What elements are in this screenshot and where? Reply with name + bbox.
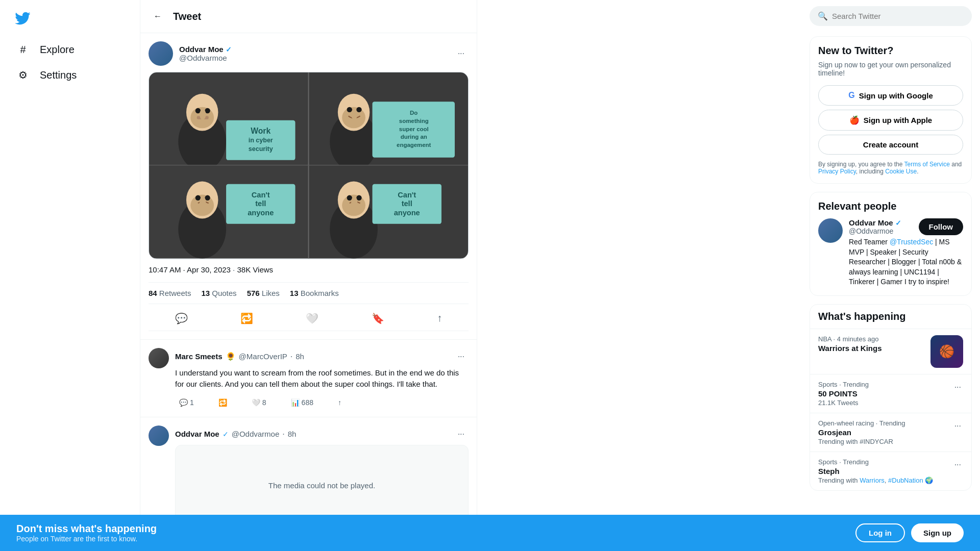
comment-icon: 💬 xyxy=(179,398,188,407)
retweet-count[interactable]: 84 Retweets xyxy=(149,289,191,297)
trend-count-2: Trending with #INDYCAR xyxy=(818,438,952,445)
retweet-button[interactable]: 🔁 xyxy=(236,308,257,329)
warriors-link[interactable]: Warriors xyxy=(860,477,885,484)
privacy-link[interactable]: Privacy Policy xyxy=(818,168,856,175)
svg-point-18 xyxy=(356,107,361,112)
banner-subtitle: People on Twitter are the first to know. xyxy=(16,535,157,543)
dubnation-link[interactable]: #DubNation xyxy=(888,477,923,484)
quote-count[interactable]: 13 Quotes xyxy=(201,289,236,297)
reply-time-2: 8h xyxy=(288,430,297,438)
whats-happening-card: What's happening NBA · 4 minutes ago War… xyxy=(810,304,972,491)
svg-point-31 xyxy=(195,195,201,201)
search-icon: 🔍 xyxy=(818,11,828,21)
reply-views-button[interactable]: 📊 688 xyxy=(287,396,317,409)
twitter-logo[interactable] xyxy=(8,4,132,35)
apple-signup-button[interactable]: 🍎 Sign up with Apple xyxy=(818,110,963,131)
back-button[interactable]: ← xyxy=(149,7,167,26)
person-row: Oddvar Moe ✓ @Oddvarmoe Follow Red Teame… xyxy=(818,218,963,287)
reply-comment-button[interactable]: 💬 1 xyxy=(175,396,198,409)
person-avatar[interactable] xyxy=(818,218,843,243)
reply-more-button-2[interactable]: ··· xyxy=(454,425,469,443)
tweet-body: Oddvar Moe ✓ @Oddvarmoe ··· xyxy=(140,33,477,340)
svg-point-44 xyxy=(356,195,361,201)
svg-point-43 xyxy=(347,195,352,201)
tweet-more-button[interactable]: ··· xyxy=(454,45,469,62)
reply-text: I understand you want to scream from the… xyxy=(175,367,469,390)
like-count[interactable]: 576 Likes xyxy=(247,289,280,297)
sidebar: # Explore ⚙ Settings xyxy=(0,0,140,551)
retweet-icon: 🔁 xyxy=(240,312,253,324)
like-button[interactable]: 🤍 xyxy=(302,308,323,329)
google-icon: G xyxy=(848,91,854,100)
svg-text:super cool: super cool xyxy=(399,126,429,132)
tweet-author-info: Oddvar Moe ✓ @Oddvarmoe xyxy=(149,41,232,66)
whats-happening-title: What's happening xyxy=(810,305,971,329)
sidebar-item-settings[interactable]: ⚙ Settings xyxy=(8,62,132,88)
reply-author-name: Marc Smeets xyxy=(175,352,223,361)
reply-author-avatar[interactable] xyxy=(149,348,169,368)
reply-user-info-2: Oddvar Moe ✓ @Oddvarmoe · 8h xyxy=(175,430,296,439)
terms-text: By signing up, you agree to the Terms of… xyxy=(818,161,963,175)
person-name: Oddvar Moe ✓ xyxy=(849,218,901,227)
svg-text:Do: Do xyxy=(410,110,418,116)
sidebar-item-explore-label: Explore xyxy=(40,44,75,56)
reply-share-button[interactable]: ↑ xyxy=(334,396,346,409)
cookie-link[interactable]: Cookie Use xyxy=(885,168,917,175)
banner-signup-button[interactable]: Sign up xyxy=(911,523,964,542)
person-info: Oddvar Moe ✓ @Oddvarmoe Follow Red Teame… xyxy=(849,218,963,287)
svg-text:in cyber: in cyber xyxy=(249,137,273,144)
reply-header-2: Oddvar Moe ✓ @Oddvarmoe · 8h ··· xyxy=(175,425,469,443)
trend-item-3[interactable]: Sports · Trending Steph Trending with Wa… xyxy=(810,452,971,490)
relevant-people-card: Relevant people Oddvar Moe ✓ @Oddvarmoe … xyxy=(810,192,972,296)
trend-item-1[interactable]: Sports · Trending 50 POINTS 21.1K Tweets… xyxy=(810,374,971,413)
trend-info-2: Open-wheel racing · Trending Grosjean Tr… xyxy=(818,419,952,445)
bookmark-icon: 🔖 xyxy=(372,312,384,324)
svg-text:Can't: Can't xyxy=(398,191,416,199)
gear-icon: ⚙ xyxy=(16,68,30,82)
back-arrow-icon: ← xyxy=(154,12,162,21)
new-to-twitter-card: New to Twitter? Sign up now to get your … xyxy=(810,36,972,184)
reply-more-button[interactable]: ··· xyxy=(454,348,469,365)
trend-category-1: Sports · Trending xyxy=(818,381,952,388)
trend-info-3: Sports · Trending Steph Trending with Wa… xyxy=(818,458,952,484)
trend-item-2[interactable]: Open-wheel racing · Trending Grosjean Tr… xyxy=(810,413,971,452)
media-error-placeholder: The media could not be played. xyxy=(175,445,469,527)
svg-rect-13 xyxy=(308,72,309,165)
svg-rect-39 xyxy=(308,165,309,258)
create-account-button[interactable]: Create account xyxy=(818,135,963,155)
trusted-sec-link[interactable]: @TrustedSec xyxy=(890,238,933,246)
follow-button[interactable]: Follow xyxy=(919,218,964,235)
trend-info-1: Sports · Trending 50 POINTS 21.1K Tweets xyxy=(818,381,952,407)
svg-point-33 xyxy=(200,197,206,208)
reply-author-avatar-2[interactable] xyxy=(149,425,169,446)
new-twitter-subtitle: Sign up now to get your own personalized… xyxy=(818,61,963,77)
verified-badge: ✓ xyxy=(226,45,232,54)
google-signup-button[interactable]: G Sign up with Google xyxy=(818,85,963,106)
trend-more-button-3[interactable]: ··· xyxy=(952,458,963,471)
trend-item-0[interactable]: NBA · 4 minutes ago Warriors at Kings 🏀 xyxy=(810,329,971,374)
share-button[interactable]: ↑ xyxy=(433,308,446,329)
search-box[interactable]: 🔍 xyxy=(810,6,972,26)
bookmark-button[interactable]: 🔖 xyxy=(368,308,388,329)
reply-body: Marc Smeets 🌻 @MarcOverIP · 8h ··· I und… xyxy=(175,348,469,409)
reply-like-button[interactable]: 🤍 8 xyxy=(248,396,271,409)
login-button[interactable]: Log in xyxy=(855,523,905,542)
right-sidebar: 🔍 New to Twitter? Sign up now to get you… xyxy=(801,0,980,551)
svg-text:tell: tell xyxy=(402,199,412,208)
person-verified: ✓ xyxy=(895,219,901,227)
banner-title: Don't miss what's happening xyxy=(16,523,157,535)
bookmark-count[interactable]: 13 Bookmarks xyxy=(290,289,339,297)
terms-link[interactable]: Terms of Service xyxy=(904,161,950,168)
trend-more-button-2[interactable]: ··· xyxy=(952,419,963,433)
sidebar-item-explore[interactable]: # Explore xyxy=(8,37,132,62)
page-title: Tweet xyxy=(173,11,201,22)
reply-retweet-button[interactable]: 🔁 xyxy=(214,396,231,409)
tweet-author-avatar[interactable] xyxy=(149,41,173,66)
reply-button[interactable]: 💬 xyxy=(171,308,192,329)
svg-point-45 xyxy=(351,197,357,208)
search-input[interactable] xyxy=(832,12,964,20)
svg-text:security: security xyxy=(249,145,273,153)
trend-more-button-1[interactable]: ··· xyxy=(952,381,963,394)
reply-header: Marc Smeets 🌻 @MarcOverIP · 8h ··· xyxy=(175,348,469,365)
share-icon: ↑ xyxy=(437,312,442,324)
